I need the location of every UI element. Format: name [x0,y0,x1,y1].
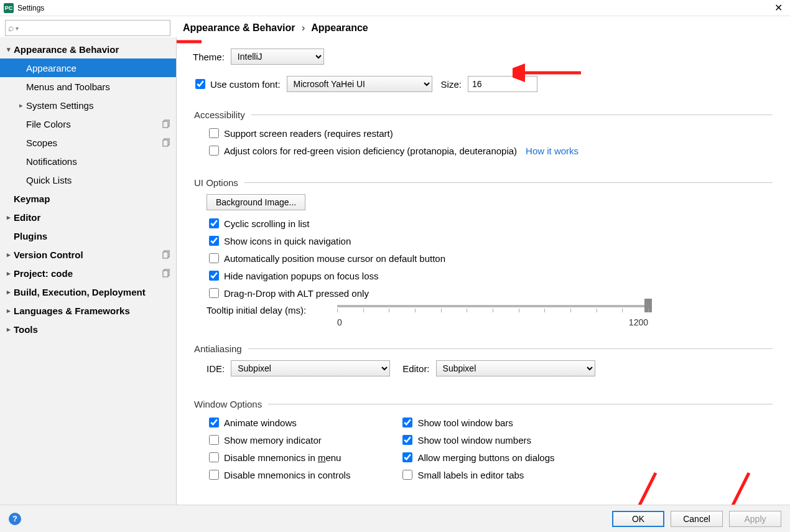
copy-icon [162,250,171,259]
memory-indicator-checkbox[interactable] [209,435,219,445]
tool-window-numbers-checkbox[interactable] [402,435,412,445]
svg-rect-1 [163,121,168,128]
breadcrumb-root: Appearance & Behavior [183,22,295,33]
theme-label: Theme: [193,52,225,62]
sidebar-item[interactable]: Keymap [0,189,176,208]
aa-editor-label: Editor: [402,363,429,374]
breadcrumb-sep-icon: › [298,22,309,33]
color-deficiency-checkbox[interactable] [209,146,219,156]
expand-icon: ▸ [4,251,14,259]
sidebar-item[interactable]: Menus and Toolbars [0,77,176,96]
font-size-input[interactable] [468,76,537,92]
settings-sidebar: ▾Appearance & BehaviorAppearanceMenus an… [0,37,177,505]
auto-mouse-checkbox[interactable] [209,253,219,263]
aa-editor-select[interactable]: Subpixel [436,360,595,376]
ui-options-legend: UI Options [193,177,244,188]
memory-indicator-label: Show memory indicator [224,435,322,446]
how-it-works-link[interactable]: How it works [526,146,579,156]
sidebar-item-label: Editor [14,212,40,223]
sidebar-item[interactable]: ▾Appearance & Behavior [0,40,176,58]
sidebar-item-label: Menus and Toolbars [26,82,110,92]
tool-window-bars-label: Show tool window bars [417,418,513,428]
sidebar-item[interactable]: Plugins [0,226,176,245]
sidebar-item-label: Tools [14,324,38,335]
sidebar-item-label: System Settings [26,100,93,111]
sidebar-item[interactable]: ▸Version Control [0,245,176,264]
close-icon[interactable]: ✕ [771,3,786,13]
slider-min: 0 [337,317,342,327]
tooltip-delay-label: Tooltip initial delay (ms): [207,305,337,315]
copy-icon [162,138,171,147]
breadcrumb: Appearance & Behavior › Appearance [183,20,368,34]
screen-readers-checkbox[interactable] [209,128,219,138]
sidebar-item[interactable]: ▸Languages & Frameworks [0,301,176,320]
sidebar-item-label: Appearance & Behavior [14,44,119,55]
hide-nav-popups-checkbox[interactable] [209,271,219,281]
expand-icon: ▸ [16,101,26,110]
animate-windows-label: Animate windows [224,418,297,428]
mnemonics-menu-label: Disable mnemonics in menu [224,452,341,463]
sidebar-item[interactable]: File Colors [0,114,176,133]
theme-select[interactable]: IntelliJ [231,49,324,65]
cancel-button[interactable]: Cancel [671,511,723,527]
sidebar-item[interactable]: Scopes [0,133,176,152]
mnemonics-controls-label: Disable mnemonics in controls [224,470,350,480]
sidebar-item[interactable]: ▸Project: code [0,264,176,282]
expand-icon: ▸ [4,269,14,278]
icons-quick-nav-checkbox[interactable] [209,236,219,246]
sidebar-item-label: Quick Lists [26,175,72,185]
color-deficiency-label: Adjust colors for red-green vision defic… [224,146,517,156]
settings-search-box[interactable]: ⌕▾ [5,20,170,36]
sidebar-item[interactable]: Appearance [0,58,176,77]
sidebar-item-label: Plugins [14,231,47,241]
app-icon: PC [4,3,14,13]
sidebar-item-label: Scopes [26,138,57,148]
sidebar-item-label: Languages & Frameworks [14,306,130,316]
sidebar-item-label: Keymap [14,194,50,204]
merge-buttons-label: Allow merging buttons on dialogs [417,452,554,463]
sidebar-item[interactable]: Notifications [0,152,176,170]
mnemonics-menu-checkbox[interactable] [209,452,219,462]
window-options-group: Window Options Animate windows Show memo… [193,399,773,485]
mnemonics-controls-checkbox[interactable] [209,470,219,480]
help-icon[interactable]: ? [9,513,21,525]
background-image-button[interactable]: Background Image... [207,194,305,210]
window-options-legend: Window Options [193,399,268,409]
ok-button[interactable]: OK [612,511,664,527]
expand-icon: ▸ [4,213,14,222]
sidebar-item[interactable]: ▸Tools [0,320,176,338]
expand-icon: ▸ [4,325,14,334]
animate-windows-checkbox[interactable] [209,418,219,427]
tooltip-delay-slider[interactable]: 0 1200 [337,305,648,327]
small-labels-checkbox[interactable] [402,470,412,480]
titlebar: PC Settings ✕ [0,0,790,16]
use-custom-font-checkbox[interactable] [195,79,205,89]
expand-icon: ▾ [4,45,14,54]
search-input[interactable] [19,23,167,34]
merge-buttons-checkbox[interactable] [402,452,412,462]
expand-icon: ▸ [4,307,14,315]
sidebar-item-label: Project: code [14,268,73,279]
aa-ide-select[interactable]: Subpixel [231,360,390,376]
accessibility-group: Accessibility Support screen readers (re… [193,110,773,161]
slider-max: 1200 [629,317,648,327]
antialiasing-legend: Antialiasing [193,343,248,354]
sidebar-item[interactable]: Quick Lists [0,170,176,189]
sidebar-item-label: Version Control [14,250,83,260]
hide-nav-popups-label: Hide navigation popups on focus loss [224,271,379,281]
apply-button[interactable]: Apply [729,511,781,527]
cyclic-scrolling-checkbox[interactable] [209,218,219,228]
cyclic-scrolling-label: Cyclic scrolling in list [224,218,310,229]
tool-window-bars-checkbox[interactable] [402,418,412,427]
svg-rect-3 [163,140,168,146]
window-title: Settings [17,4,44,12]
small-labels-label: Small labels in editor tabs [417,470,524,480]
breadcrumb-leaf: Appearance [311,22,368,33]
dnd-alt-checkbox[interactable] [209,288,219,298]
tool-window-numbers-label: Show tool window numbers [417,435,531,446]
sidebar-item[interactable]: ▸System Settings [0,96,176,114]
custom-font-select[interactable]: Microsoft YaHei UI [287,76,432,92]
svg-rect-7 [163,271,168,277]
sidebar-item[interactable]: ▸Build, Execution, Deployment [0,282,176,301]
sidebar-item[interactable]: ▸Editor [0,208,176,226]
